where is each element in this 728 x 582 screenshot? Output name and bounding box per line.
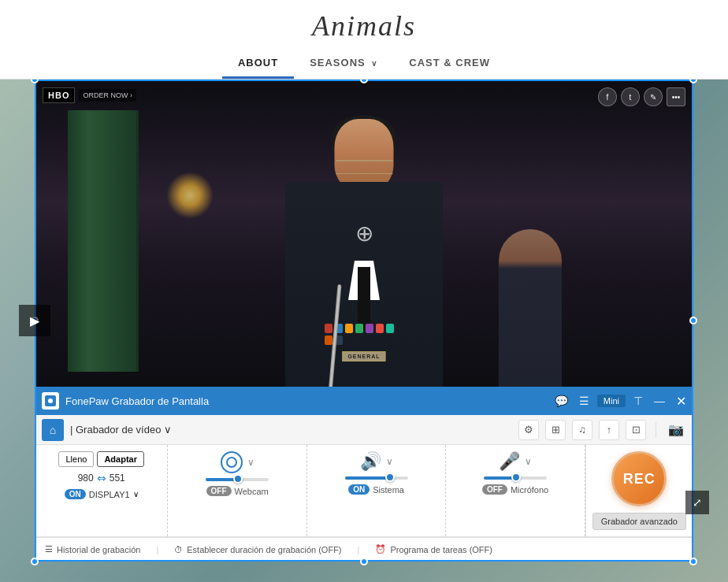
- fonepaw-icon-inner: [45, 395, 56, 406]
- nav-tabs: ABOUT SEASONS ∨ CAST & CREW: [0, 49, 728, 80]
- mic-toggle-row: OFF Micrófono: [482, 484, 548, 495]
- figure-head: [335, 119, 394, 190]
- main-container: Animals ABOUT SEASONS ∨ CAST & CREW: [0, 0, 728, 582]
- share-icon[interactable]: ✎: [644, 87, 663, 106]
- fonepaw-window-controls: 💬 ☰ Mini ⊤ — ✕: [552, 393, 686, 409]
- region-icon[interactable]: ⊞: [545, 420, 566, 440]
- hbo-order-text[interactable]: ORDER NOW ›: [79, 89, 136, 102]
- fonepaw-icon-dot: [48, 399, 53, 403]
- display-width: 980: [78, 473, 94, 484]
- keyboard-icon[interactable]: ⊡: [626, 420, 646, 440]
- webcam-icon-row: ∨: [221, 451, 254, 473]
- display-name: DISPLAY1: [89, 490, 130, 499]
- medal-6: [376, 324, 384, 333]
- bottom-duration[interactable]: ⏱ Establecer duración de grabación (OFF): [174, 545, 341, 554]
- webcam-slider[interactable]: [206, 478, 269, 481]
- display-toggle-row: ON DISPLAY1 ∨: [65, 489, 139, 499]
- close-icon[interactable]: ✕: [676, 394, 686, 409]
- figure-glasses: [336, 160, 392, 174]
- expand-button-right[interactable]: ⤢: [685, 491, 709, 514]
- medal-5: [366, 324, 373, 333]
- grabador-label: | Grabador de vídeo ∨: [70, 424, 172, 436]
- mic-label: Micrófono: [511, 485, 548, 495]
- speaker-icon: 🔊: [360, 451, 381, 472]
- chat-icon[interactable]: 💬: [552, 393, 571, 409]
- webcam-label: Webcam: [235, 487, 269, 496]
- medal-4: [355, 324, 363, 333]
- hbo-logo: HBO: [43, 87, 75, 103]
- audio-slider-thumb[interactable]: [385, 473, 395, 482]
- video-scene: GENERAL ⊕: [35, 80, 693, 387]
- bottom-history[interactable]: ☰ Historial de grabación: [45, 544, 140, 554]
- mic-toggle[interactable]: OFF: [482, 484, 507, 495]
- fp-second-right-controls: ⚙ ⊞ ♫ ↑ ⊡ 📷: [518, 420, 686, 440]
- webcam-toggle-row: OFF Webcam: [206, 486, 269, 496]
- menu-icon[interactable]: ☰: [576, 393, 592, 409]
- webcam-slider-track: [206, 478, 237, 481]
- general-badge: GENERAL: [342, 351, 385, 361]
- rec-section: REC Grabador avanzado: [586, 445, 693, 536]
- mic-section: 🎤 ∨ OFF Micrófono: [446, 445, 585, 536]
- rec-button[interactable]: REC: [611, 451, 667, 506]
- display-toggle[interactable]: ON: [65, 489, 86, 499]
- bottom-schedule[interactable]: ⏰ Programa de tareas (OFF): [375, 544, 492, 554]
- mini-button[interactable]: Mini: [597, 395, 626, 407]
- home-button[interactable]: ⌂: [42, 419, 64, 441]
- scene-light: [166, 172, 214, 219]
- webcam-section: ∨ OFF Webcam: [168, 445, 306, 536]
- more-options-icon[interactable]: •••: [667, 87, 685, 106]
- webcam-slider-thumb[interactable]: [233, 474, 243, 484]
- medal-8: [325, 335, 332, 345]
- fonepaw-title: FonePaw Grabador de Pantalla: [65, 395, 545, 407]
- mic-dropdown-arrow[interactable]: ∨: [525, 456, 532, 467]
- audio-settings-icon[interactable]: ♫: [572, 420, 592, 440]
- display-full-button[interactable]: Lleno: [58, 451, 94, 467]
- tab-about[interactable]: ABOUT: [222, 49, 294, 79]
- fp-bottom-bar: ☰ Historial de grabación | ⏱ Establecer …: [35, 537, 693, 561]
- fonepaw-app-icon: [42, 392, 59, 410]
- resize-arrows-icon: ⇔: [97, 472, 106, 484]
- display-height: 551: [110, 473, 125, 484]
- webcam-icon: [221, 451, 243, 473]
- mic-slider-track: [484, 476, 515, 480]
- tab-cast-crew[interactable]: CAST & CREW: [393, 49, 506, 79]
- divider: [656, 422, 656, 438]
- minimize-icon[interactable]: —: [651, 393, 668, 409]
- video-wrapper: ▶ ⤢ HBO ORDER NOW › f t ✎ •••: [35, 80, 693, 562]
- webcam-toggle[interactable]: OFF: [206, 486, 232, 496]
- background-figure: [499, 229, 562, 387]
- audio-label: Sistema: [373, 485, 404, 495]
- medal-3: [345, 324, 353, 333]
- timer-icon: ⏱: [174, 545, 183, 554]
- pin-icon[interactable]: ⊤: [630, 393, 646, 409]
- audio-toggle[interactable]: ON: [348, 484, 370, 495]
- figure-body: GENERAL: [285, 182, 443, 387]
- bottom-divider-1: |: [156, 545, 158, 554]
- hbo-overlay: HBO ORDER NOW ›: [43, 87, 136, 103]
- tab-seasons[interactable]: SEASONS ∨: [294, 49, 393, 79]
- medal-7: [386, 324, 394, 333]
- seasons-dropdown-arrow: ∨: [371, 59, 377, 68]
- audio-section: 🔊 ∨ ON Sistema: [307, 445, 446, 536]
- mic-slider[interactable]: [484, 476, 547, 480]
- display-size-row: 980 ⇔ 551: [78, 472, 125, 484]
- microphone-icon: 🎤: [499, 451, 520, 472]
- facebook-icon[interactable]: f: [598, 87, 617, 106]
- display-adapt-button[interactable]: Adaptar: [97, 451, 144, 467]
- webcam-dropdown-arrow[interactable]: ∨: [247, 457, 254, 468]
- settings-icon[interactable]: ⚙: [518, 420, 539, 440]
- upload-icon[interactable]: ↑: [599, 420, 619, 440]
- display-dropdown-arrow[interactable]: ∨: [133, 490, 139, 499]
- grabador-avanzado-button[interactable]: Grabador avanzado: [592, 513, 686, 530]
- display-buttons: Lleno Adaptar: [58, 451, 143, 467]
- top-area: Animals ABOUT SEASONS ∨ CAST & CREW: [0, 0, 728, 80]
- grabador-dropdown-arrow[interactable]: ∨: [164, 424, 172, 436]
- audio-slider[interactable]: [345, 476, 408, 480]
- alarm-icon: ⏰: [375, 544, 386, 554]
- mic-slider-thumb[interactable]: [511, 473, 521, 482]
- audio-dropdown-arrow[interactable]: ∨: [386, 456, 393, 467]
- twitter-icon[interactable]: t: [621, 87, 640, 106]
- play-button-left[interactable]: ▶: [19, 305, 50, 336]
- fonepaw-second-row: ⌂ | Grabador de vídeo ∨ ⚙ ⊞ ♫ ↑ ⊡ 📷: [35, 415, 693, 445]
- screenshot-icon[interactable]: 📷: [666, 420, 686, 440]
